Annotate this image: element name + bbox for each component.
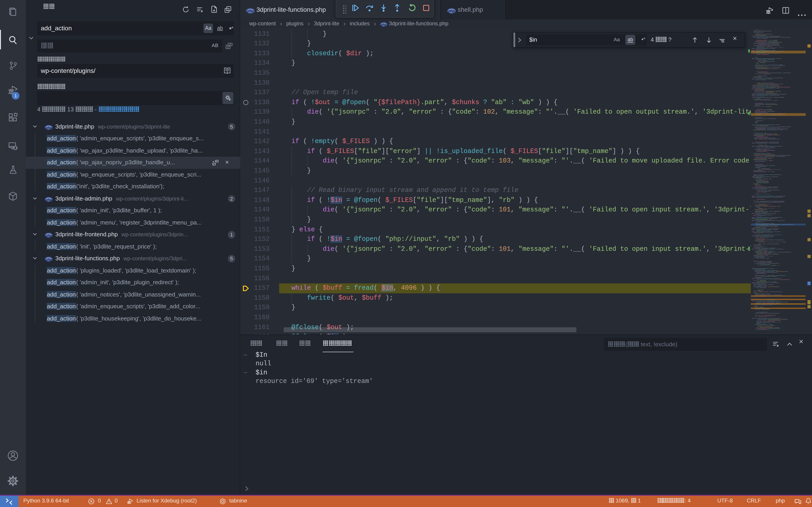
svg-text:c: c [213, 163, 214, 165]
svg-text:ab: ab [229, 43, 232, 46]
svg-text:b: b [216, 160, 217, 162]
svg-text:ac: ac [227, 46, 229, 49]
